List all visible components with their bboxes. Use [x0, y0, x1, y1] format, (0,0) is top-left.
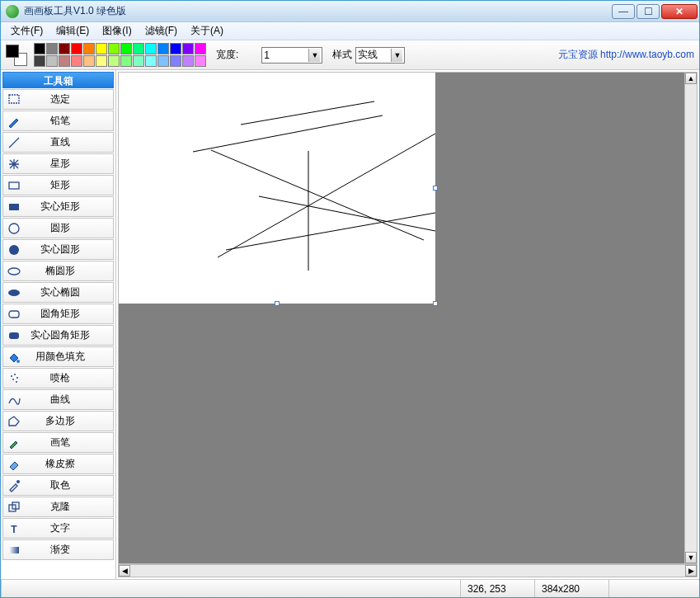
canvas-area: ▲ ▼ ◀ ▶ — [116, 70, 699, 579]
color-swatch[interactable] — [195, 43, 206, 54]
tool-label: 曲线 — [25, 393, 113, 407]
drawing-canvas[interactable] — [119, 73, 435, 304]
tool-fill[interactable]: 用颜色填充 — [2, 346, 114, 367]
tool-gradient[interactable]: 渐变 — [2, 539, 114, 560]
scroll-up-icon[interactable]: ▲ — [685, 73, 697, 84]
tool-label: 选定 — [25, 92, 113, 106]
chevron-down-icon[interactable]: ▼ — [391, 49, 402, 62]
color-swatch[interactable] — [195, 55, 206, 67]
foreground-color-swatch[interactable] — [6, 45, 19, 58]
style-select[interactable]: ▼ — [355, 47, 405, 64]
tool-select[interactable]: 选定 — [2, 89, 114, 110]
scroll-left-icon[interactable]: ◀ — [119, 565, 130, 577]
color-swatch[interactable] — [133, 43, 144, 54]
menu-filter[interactable]: 滤镜(F) — [139, 22, 184, 40]
tool-fillrect[interactable]: 实心矩形 — [2, 196, 114, 217]
color-swatch[interactable] — [145, 43, 157, 54]
color-fg-bg[interactable] — [6, 45, 27, 66]
color-swatch[interactable] — [108, 43, 120, 54]
color-swatch[interactable] — [34, 43, 45, 54]
color-swatch[interactable] — [182, 43, 194, 54]
tool-ellipse[interactable]: 椭圆形 — [2, 261, 114, 281]
color-swatch[interactable] — [46, 55, 58, 67]
color-swatch[interactable] — [59, 43, 70, 54]
color-swatch[interactable] — [157, 43, 169, 54]
width-select[interactable]: ▼ — [261, 47, 322, 64]
tool-star[interactable]: 星形 — [2, 153, 114, 174]
tool-pencil[interactable]: 铅笔 — [2, 111, 114, 131]
tool-label: 实心矩形 — [25, 200, 113, 214]
width-input[interactable] — [264, 49, 308, 62]
menu-about[interactable]: 关于(A) — [184, 22, 230, 40]
tool-brush[interactable]: 画笔 — [2, 432, 114, 453]
title-bar[interactable]: 画画板工具V1.0 绿色版 — ☐ ✕ — [1, 1, 699, 22]
tool-label: 矩形 — [25, 178, 113, 192]
tool-fillcircle[interactable]: 实心圆形 — [2, 239, 114, 260]
tool-fillroundrect[interactable]: 实心圆角矩形 — [2, 325, 114, 346]
color-swatch[interactable] — [157, 55, 169, 67]
tool-picker[interactable]: 取色 — [2, 475, 114, 496]
scroll-down-icon[interactable]: ▼ — [685, 552, 697, 563]
maximize-button[interactable]: ☐ — [637, 4, 660, 19]
minimize-button[interactable]: — — [612, 4, 635, 19]
resize-handle-s[interactable] — [275, 301, 280, 306]
tool-label: 圆形 — [25, 221, 113, 235]
svg-rect-9 — [9, 332, 19, 339]
close-button[interactable]: ✕ — [661, 4, 698, 19]
scrollbar-horizontal[interactable]: ◀ ▶ — [118, 564, 698, 577]
svg-point-13 — [16, 377, 18, 379]
color-swatch[interactable] — [145, 55, 157, 67]
tool-circle[interactable]: 圆形 — [2, 218, 114, 238]
tool-label: 圆角矩形 — [25, 307, 113, 321]
menu-file[interactable]: 文件(F) — [4, 22, 49, 40]
curve-icon — [3, 393, 25, 407]
style-label: 样式 — [332, 48, 352, 62]
tool-eraser[interactable]: 橡皮擦 — [2, 454, 114, 474]
color-swatch[interactable] — [96, 43, 107, 54]
tool-clone[interactable]: 克隆 — [2, 497, 114, 517]
toolbox-header: 工具箱 — [2, 72, 114, 88]
tool-line[interactable]: 直线 — [2, 132, 114, 153]
picker-icon — [3, 479, 25, 492]
svg-rect-0 — [9, 95, 19, 103]
color-swatch[interactable] — [170, 43, 181, 54]
color-swatch[interactable] — [71, 55, 82, 67]
polygon-icon — [3, 415, 25, 428]
color-swatch[interactable] — [108, 55, 120, 67]
fillrect-icon — [3, 200, 25, 214]
color-swatch[interactable] — [182, 55, 194, 67]
color-swatch[interactable] — [120, 55, 132, 67]
svg-rect-8 — [9, 311, 19, 318]
scroll-right-icon[interactable]: ▶ — [685, 565, 697, 577]
fillellipse-icon — [3, 286, 25, 299]
color-swatch[interactable] — [83, 55, 95, 67]
tool-rect[interactable]: 矩形 — [2, 175, 114, 195]
resize-handle-e[interactable] — [433, 186, 438, 191]
resize-handle-se[interactable] — [433, 301, 438, 306]
scrollbar-vertical[interactable]: ▲ ▼ — [684, 72, 698, 564]
color-swatch[interactable] — [59, 55, 70, 67]
style-input[interactable] — [358, 49, 391, 62]
tool-polygon[interactable]: 多边形 — [2, 411, 114, 431]
tool-label: 实心圆角矩形 — [25, 328, 113, 342]
fillroundrect-icon — [3, 329, 25, 342]
tool-spray[interactable]: 喷枪 — [2, 368, 114, 388]
color-swatch[interactable] — [46, 43, 58, 54]
menu-image[interactable]: 图像(I) — [96, 22, 138, 40]
tool-label: 星形 — [25, 157, 113, 171]
menu-edit[interactable]: 编辑(E) — [49, 22, 96, 40]
tool-curve[interactable]: 曲线 — [2, 389, 114, 410]
chevron-down-icon[interactable]: ▼ — [308, 49, 320, 62]
color-swatch[interactable] — [34, 55, 45, 67]
tool-roundrect[interactable]: 圆角矩形 — [2, 304, 114, 324]
tool-fillellipse[interactable]: 实心椭圆 — [2, 282, 114, 303]
tool-text[interactable]: T文字 — [2, 518, 114, 539]
color-swatch[interactable] — [96, 55, 107, 67]
color-swatch[interactable] — [71, 43, 82, 54]
canvas-viewport[interactable] — [118, 72, 698, 564]
color-swatch[interactable] — [120, 43, 132, 54]
color-swatch[interactable] — [170, 55, 181, 67]
color-swatch[interactable] — [83, 43, 95, 54]
source-link[interactable]: 元宝资源 http://www.taoyb.com — [558, 48, 694, 62]
color-swatch[interactable] — [133, 55, 144, 67]
